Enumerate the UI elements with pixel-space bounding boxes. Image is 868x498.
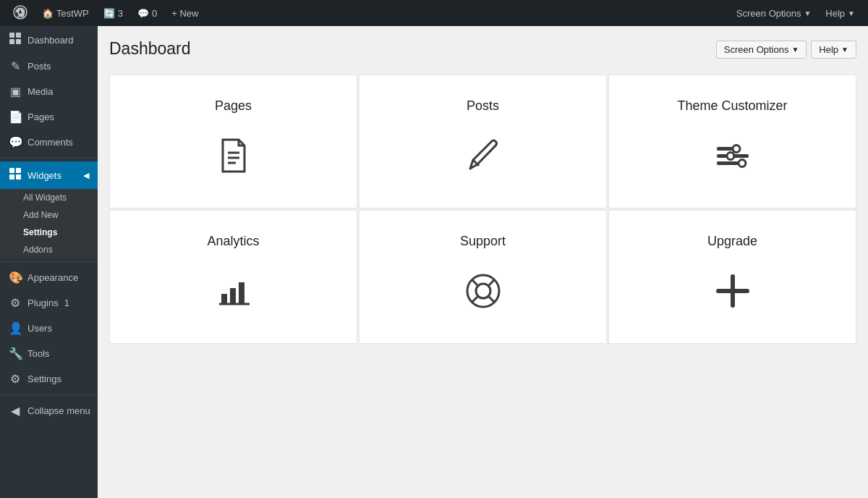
wp-logo-icon (13, 5, 27, 22)
site-name-label: TestWP (56, 8, 89, 19)
comments-nav-icon: 💬 (9, 135, 22, 149)
svg-point-18 (739, 159, 746, 166)
widget-theme-customizer-title: Theme Customizer (677, 98, 787, 114)
svg-rect-17 (717, 161, 739, 165)
sidebar-item-settings[interactable]: ⚙ Settings (0, 366, 98, 392)
svg-rect-3 (9, 39, 14, 44)
widgets-label: Widgets (27, 170, 61, 181)
widgets-grid: Pages Posts (109, 75, 856, 344)
adminbar-comments[interactable]: 💬 0 (132, 0, 163, 26)
adminbar-updates[interactable]: 🔄 3 (98, 0, 129, 26)
page-title: Dashboard (109, 32, 191, 63)
svg-rect-5 (9, 168, 14, 173)
updates-count: 3 (118, 8, 123, 19)
updates-icon: 🔄 (103, 8, 115, 19)
sidebar-item-comments[interactable]: 💬 Comments (0, 130, 98, 155)
screen-options-header-button[interactable]: Screen Options ▼ (716, 41, 807, 59)
widgets-submenu: All Widgets Add New Settings Addons (0, 189, 98, 258)
svg-rect-4 (16, 39, 21, 44)
adminbar-site-name[interactable]: 🏠 TestWP (36, 0, 95, 26)
sidebar-item-posts[interactable]: ✎ Posts (0, 54, 98, 79)
svg-rect-20 (221, 294, 227, 304)
sidebar-item-pages[interactable]: 📄 Pages (0, 104, 98, 130)
settings-label: Settings (27, 374, 61, 384)
widget-upgrade-title: Upgrade (707, 234, 757, 249)
media-label: Media (27, 86, 53, 97)
svg-line-25 (472, 279, 477, 285)
sidebar-item-tools[interactable]: 🔧 Tools (0, 341, 98, 366)
widget-theme-customizer-icon (711, 134, 754, 177)
submenu-settings[interactable]: Settings (0, 224, 98, 241)
header-actions: Screen Options ▼ Help ▼ (716, 36, 856, 59)
svg-line-26 (489, 279, 495, 285)
widget-card-posts[interactable]: Posts (359, 75, 607, 208)
svg-line-28 (489, 297, 495, 303)
help-header-button[interactable]: Help ▼ (811, 41, 856, 59)
help-button[interactable]: Help ▼ (820, 0, 861, 26)
widget-support-icon (461, 269, 505, 313)
svg-point-24 (476, 284, 490, 298)
admin-bar: 🏠 TestWP 🔄 3 💬 0 + New Screen Options ▼ … (0, 0, 868, 26)
settings-icon: ⚙ (9, 372, 22, 386)
svg-rect-1 (9, 33, 14, 38)
sidebar-item-plugins[interactable]: ⚙ Plugins 1 (0, 290, 98, 316)
users-icon: 👤 (9, 321, 22, 335)
widget-card-analytics[interactable]: Analytics (109, 210, 357, 344)
widgets-arrow-icon: ◀ (83, 171, 89, 180)
screen-options-button[interactable]: Screen Options ▼ (731, 0, 817, 26)
help-arrow-icon: ▼ (848, 9, 855, 17)
tools-icon: 🔧 (9, 347, 22, 360)
sidebar-item-widgets[interactable]: Widgets ◀ (0, 161, 98, 189)
sidebar-item-media[interactable]: ▣ Media (0, 79, 98, 104)
svg-line-27 (472, 297, 477, 303)
comments-count: 0 (152, 8, 157, 19)
widget-card-support[interactable]: Support (359, 210, 607, 344)
screen-options-header-arrow-icon: ▼ (791, 46, 799, 54)
svg-rect-2 (16, 33, 21, 38)
adminbar-new[interactable]: + New (166, 0, 204, 26)
adminbar-wp-logo[interactable] (7, 0, 33, 26)
widget-posts-icon (461, 134, 505, 177)
collapse-icon: ◀ (9, 404, 22, 418)
pages-icon: 📄 (9, 110, 22, 124)
widget-pages-icon (212, 134, 255, 177)
sidebar-item-dashboard[interactable]: Dashboard (0, 26, 98, 54)
widget-support-title: Support (460, 234, 506, 249)
svg-rect-12 (717, 147, 733, 151)
content-area: Dashboard Screen Options ▼ Help ▼ Pages (98, 26, 868, 498)
widget-upgrade-icon (711, 269, 754, 313)
tools-label: Tools (27, 348, 49, 359)
submenu-add-new[interactable]: Add New (0, 206, 98, 224)
screen-options-header-label: Screen Options (724, 44, 789, 55)
dashboard-content: Pages Posts (98, 63, 868, 355)
sidebar-item-appearance[interactable]: 🎨 Appearance (0, 265, 98, 290)
svg-rect-7 (9, 174, 14, 180)
content-header: Dashboard Screen Options ▼ Help ▼ (98, 26, 868, 63)
sidebar: Dashboard ✎ Posts ▣ Media 📄 Pages 💬 Comm… (0, 26, 98, 498)
plugins-label: Plugins (27, 297, 59, 308)
help-label: Help (825, 8, 845, 19)
screen-options-arrow-icon: ▼ (804, 9, 811, 17)
submenu-all-widgets[interactable]: All Widgets (0, 189, 98, 206)
widget-analytics-icon (212, 269, 255, 313)
sidebar-item-users[interactable]: 👤 Users (0, 316, 98, 341)
svg-rect-22 (239, 282, 244, 304)
appearance-icon: 🎨 (9, 271, 22, 284)
media-icon: ▣ (9, 85, 22, 98)
svg-rect-14 (717, 154, 727, 158)
svg-rect-6 (16, 168, 21, 173)
widget-card-theme-customizer[interactable]: Theme Customizer (608, 75, 856, 208)
submenu-addons[interactable]: Addons (0, 241, 98, 258)
widget-card-pages[interactable]: Pages (109, 75, 357, 208)
widget-card-upgrade[interactable]: Upgrade (608, 210, 856, 344)
help-header-arrow-icon: ▼ (841, 46, 848, 54)
dashboard-icon (9, 32, 22, 48)
collapse-label: Collapse menu (27, 405, 90, 416)
screen-options-label: Screen Options (736, 8, 801, 19)
comments-label: Comments (27, 137, 73, 148)
svg-rect-8 (16, 174, 21, 180)
collapse-menu-button[interactable]: ◀ Collapse menu (0, 398, 98, 423)
widget-posts-title: Posts (467, 98, 499, 114)
plugins-icon: ⚙ (9, 296, 22, 310)
dashboard-label: Dashboard (27, 35, 74, 46)
